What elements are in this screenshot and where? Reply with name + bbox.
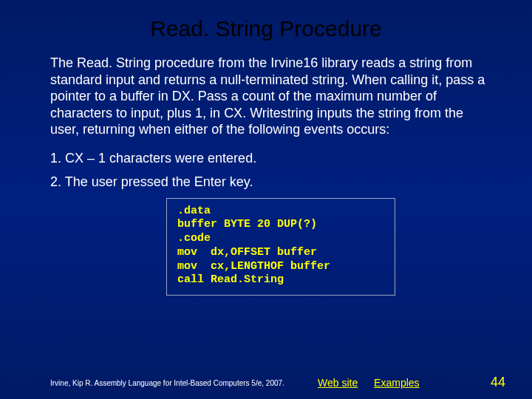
citation-text: Irvine, Kip R. Assembly Language for Int… xyxy=(50,379,284,387)
body-paragraph: The Read. String procedure from the Irvi… xyxy=(0,55,532,138)
page-number: 44 xyxy=(491,375,505,390)
website-link[interactable]: Web site xyxy=(318,377,358,389)
code-line: .data xyxy=(177,205,386,219)
slide-title: Read. String Procedure xyxy=(0,0,532,55)
code-block: .data buffer BYTE 20 DUP(?) .code mov dx… xyxy=(166,198,395,296)
code-line: mov cx,LENGTHOF buffer xyxy=(177,260,386,274)
footer-links: Web site Examples xyxy=(318,377,433,389)
code-line: call Read.String xyxy=(177,273,386,287)
examples-link[interactable]: Examples xyxy=(374,377,419,389)
code-line: .code xyxy=(177,232,386,246)
code-line: buffer BYTE 20 DUP(?) xyxy=(177,218,386,232)
list-item-1: 1. CX – 1 characters were entered. xyxy=(0,150,532,167)
list-item-2: 2. The user pressed the Enter key. xyxy=(0,174,532,191)
code-line: mov dx,OFFSET buffer xyxy=(177,246,386,260)
footer: Irvine, Kip R. Assembly Language for Int… xyxy=(0,375,532,389)
